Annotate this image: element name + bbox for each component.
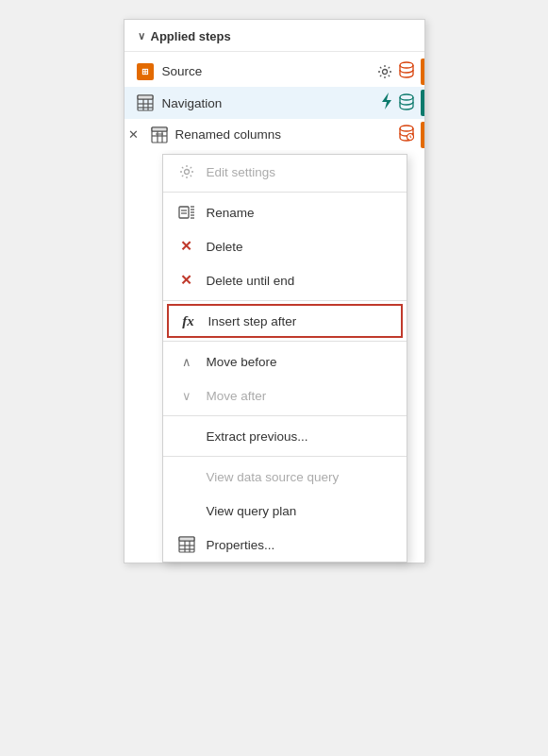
source-right-bar: [421, 59, 424, 85]
ctx-insert-step-after[interactable]: fx Insert step after: [167, 304, 403, 338]
context-menu: Edit settings Rename ✕ D: [162, 154, 407, 563]
gear-icon: [377, 64, 392, 79]
ctx-delete-icon: ✕: [176, 236, 197, 257]
edit-settings-gear-icon: [179, 164, 194, 179]
ctx-extract-previous[interactable]: Extract previous...: [163, 419, 407, 453]
ctx-move-before-label: Move before: [207, 355, 277, 369]
bolt-teal-icon: [379, 92, 394, 110]
ctx-properties-label: Properties...: [207, 538, 275, 552]
chevron-icon: ∨: [138, 30, 145, 42]
fx-symbol-icon: fx: [182, 313, 194, 329]
ctx-edit-settings-label: Edit settings: [207, 165, 276, 179]
ctx-fx-icon: fx: [178, 311, 199, 331]
renamed-table-icon: [151, 126, 168, 143]
step-navigation-actions: [379, 92, 415, 114]
ctx-view-data-source-icon: [176, 466, 197, 487]
ctx-rename-label: Rename: [207, 206, 255, 220]
ctx-move-before[interactable]: ∧ Move before: [163, 344, 407, 378]
step-renamed-label: Renamed columns: [175, 127, 390, 142]
ctx-view-data-source-query[interactable]: View data source query: [163, 460, 407, 494]
ctx-divider-3: [163, 341, 407, 342]
ctx-rename[interactable]: Rename: [163, 195, 407, 229]
svg-marker-9: [382, 92, 391, 109]
navigation-db-icon: [398, 92, 415, 114]
applied-steps-panel: ∨ Applied steps ⊞ Source: [124, 19, 425, 563]
ctx-delete-label: Delete: [207, 240, 243, 254]
ctx-edit-settings[interactable]: Edit settings: [163, 155, 407, 189]
ctx-gear-icon: [176, 161, 197, 182]
ctx-properties-icon: [176, 534, 197, 555]
ctx-delete[interactable]: ✕ Delete: [163, 229, 407, 263]
ctx-divider-1: [163, 192, 407, 193]
step-renamed-columns[interactable]: ✕ Renamed columns: [125, 119, 424, 150]
ctx-view-data-source-query-label: View data source query: [207, 470, 340, 484]
renamed-db-clock-icon: [398, 124, 415, 145]
renamed-grid-icon: [151, 126, 168, 143]
ctx-delete-until-end-label: Delete until end: [207, 274, 295, 288]
table-grid-icon: [137, 94, 154, 111]
database-teal-icon: [398, 92, 415, 111]
svg-rect-23: [179, 207, 189, 218]
navigation-bolt-icon: [379, 92, 394, 114]
navigation-right-bar: [421, 90, 424, 116]
ctx-extract-previous-label: Extract previous...: [207, 429, 308, 444]
svg-point-1: [400, 62, 413, 68]
ctx-move-before-icon: ∧: [176, 351, 197, 372]
panel-title: Applied steps: [151, 29, 231, 43]
panel-header: ∨ Applied steps: [125, 20, 424, 52]
database-orange-icon: [398, 60, 415, 79]
step-source-actions: [375, 60, 415, 82]
navigation-table-icon: [136, 93, 155, 112]
source-db-icon: [398, 60, 415, 82]
svg-point-0: [382, 69, 387, 74]
ctx-extract-icon: [176, 426, 197, 446]
ctx-move-after-icon: ∨: [176, 385, 197, 406]
svg-point-22: [184, 170, 189, 175]
ctx-move-after-label: Move after: [207, 389, 267, 403]
svg-point-10: [400, 94, 413, 100]
ctx-view-query-plan[interactable]: View query plan: [163, 494, 407, 528]
renamed-right-bar: [421, 122, 424, 148]
source-table-icon: ⊞: [136, 62, 155, 81]
ctx-move-after[interactable]: ∨ Move after: [163, 378, 407, 412]
step-source[interactable]: ⊞ Source: [125, 56, 424, 87]
ctx-delete-until-end-icon: ✕: [176, 270, 197, 291]
database-clock-icon: [398, 124, 415, 143]
properties-table-icon: [178, 536, 195, 553]
source-gear-button[interactable]: [375, 62, 394, 81]
ctx-delete-until-end[interactable]: ✕ Delete until end: [163, 263, 407, 297]
step-renamed-actions: [398, 124, 415, 145]
ctx-divider-4: [163, 415, 407, 416]
ctx-view-query-plan-label: View query plan: [207, 504, 297, 518]
applied-steps-list: ⊞ Source: [125, 52, 424, 154]
ctx-rename-icon: [176, 202, 197, 223]
step-navigation[interactable]: Navigation: [125, 87, 424, 119]
svg-point-18: [400, 126, 413, 131]
ctx-divider-2: [163, 300, 407, 301]
ctx-divider-5: [163, 456, 407, 457]
step-source-label: Source: [162, 64, 368, 78]
ctx-insert-step-after-label: Insert step after: [208, 314, 297, 328]
step-navigation-label: Navigation: [162, 96, 372, 110]
close-button[interactable]: ✕: [125, 126, 143, 144]
svg-rect-37: [179, 537, 194, 541]
svg-line-21: [410, 137, 411, 138]
rename-symbol-icon: [178, 204, 195, 221]
svg-rect-16: [152, 127, 167, 131]
ctx-properties[interactable]: Properties...: [163, 528, 407, 562]
svg-rect-8: [138, 95, 153, 99]
table-orange-icon: ⊞: [137, 63, 154, 80]
ctx-view-query-plan-icon: [176, 500, 197, 521]
